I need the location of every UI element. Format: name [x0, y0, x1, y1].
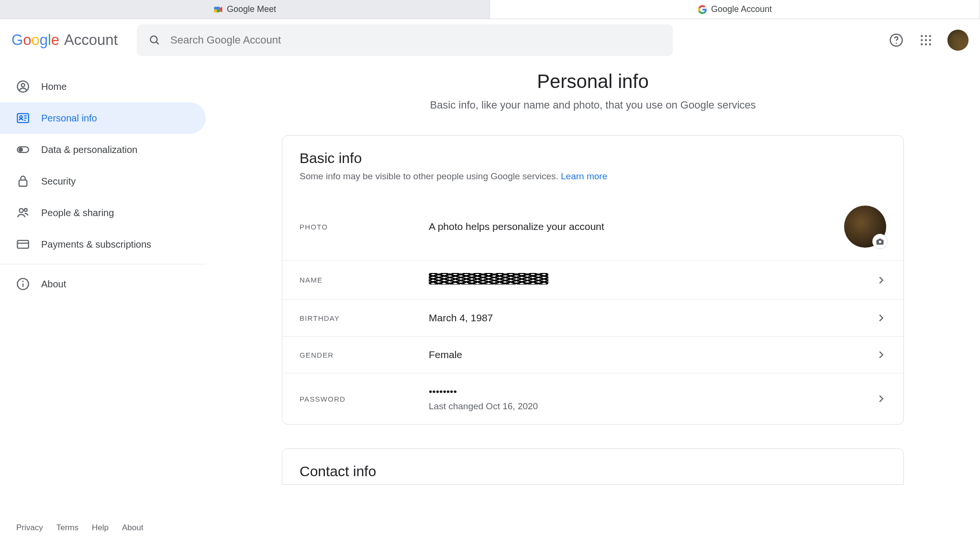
toggle-icon — [16, 143, 30, 156]
sidebar-item-security[interactable]: Security — [0, 165, 206, 197]
divider — [0, 264, 206, 264]
row-name[interactable]: NAME — [282, 260, 903, 299]
birthday-label: BIRTHDAY — [300, 314, 429, 322]
svg-point-14 — [925, 44, 927, 45]
gender-label: GENDER — [300, 351, 429, 359]
svg-rect-25 — [19, 180, 27, 186]
help-icon[interactable] — [888, 32, 904, 48]
search-icon — [148, 34, 161, 46]
header-actions — [888, 30, 969, 51]
row-photo[interactable]: PHOTO A photo helps personalize your acc… — [282, 193, 903, 260]
info-icon — [16, 277, 30, 291]
meet-icon — [213, 5, 223, 14]
credit-card-icon — [16, 238, 30, 251]
sidebar-item-about[interactable]: About — [0, 268, 206, 300]
brand-product: Account — [64, 32, 118, 49]
svg-rect-2 — [214, 7, 220, 10]
sidebar-item-label: People & sharing — [41, 207, 114, 218]
google-wordmark: Google — [11, 32, 59, 49]
people-icon — [16, 206, 30, 219]
footer-about-link[interactable]: About — [122, 523, 143, 533]
redacted-name — [429, 273, 548, 284]
password-sub: Last changed Oct 16, 2020 — [429, 401, 876, 412]
lock-icon — [16, 175, 30, 188]
sidebar-nav: Home Personal info Data & personalizatio… — [0, 61, 206, 546]
svg-point-11 — [925, 39, 927, 41]
tab-label: Google Account — [711, 4, 772, 14]
browser-tab-account[interactable]: Google Account — [490, 0, 980, 19]
footer-help-link[interactable]: Help — [92, 523, 109, 533]
sidebar-item-people-sharing[interactable]: People & sharing — [0, 197, 206, 229]
gender-value: Female — [429, 349, 876, 360]
photo-label: PHOTO — [300, 223, 429, 231]
main-content: Personal info Basic info, like your name… — [206, 61, 980, 546]
birthday-value: March 4, 1987 — [429, 312, 876, 324]
basic-info-card: Basic info Some info may be visible to o… — [282, 135, 904, 425]
learn-more-link[interactable]: Learn more — [561, 171, 607, 181]
svg-point-9 — [929, 35, 931, 37]
sidebar-item-label: Data & personalization — [41, 144, 137, 155]
svg-point-19 — [20, 116, 22, 118]
search-input[interactable] — [170, 34, 661, 46]
svg-point-8 — [925, 35, 927, 37]
id-card-icon — [16, 111, 30, 125]
svg-point-6 — [896, 43, 897, 44]
footer-terms-link[interactable]: Terms — [56, 523, 78, 533]
password-dots: •••••••• — [429, 386, 457, 397]
sidebar-item-home[interactable]: Home — [0, 71, 206, 102]
password-value: •••••••• Last changed Oct 16, 2020 — [429, 386, 876, 412]
sidebar-footer: Privacy Terms Help About — [0, 514, 206, 546]
name-label: NAME — [300, 276, 429, 284]
svg-point-24 — [19, 148, 22, 152]
sidebar-item-payments[interactable]: Payments & subscriptions — [0, 229, 206, 260]
sidebar-item-label: Payments & subscriptions — [41, 239, 151, 250]
search-bar[interactable] — [137, 24, 673, 56]
camera-icon — [873, 234, 887, 249]
app-header: Google Account — [0, 19, 980, 61]
svg-point-26 — [19, 208, 23, 212]
google-g-icon — [698, 5, 707, 14]
row-password[interactable]: PASSWORD •••••••• Last changed Oct 16, 2… — [282, 373, 903, 424]
person-circle-icon — [16, 80, 30, 93]
page-title: Personal info — [225, 71, 961, 92]
sidebar-item-personal-info[interactable]: Personal info — [0, 102, 206, 134]
svg-point-7 — [921, 35, 923, 37]
basic-info-heading: Basic info — [282, 150, 903, 166]
browser-tab-meet[interactable]: Google Meet — [0, 0, 490, 19]
sidebar-item-label: About — [41, 279, 66, 290]
name-value — [429, 273, 876, 287]
apps-grid-icon[interactable] — [918, 32, 934, 48]
contact-info-heading: Contact info — [300, 463, 886, 480]
basic-info-desc: Some info may be visible to other people… — [282, 166, 903, 182]
basic-info-desc-text: Some info may be visible to other people… — [300, 171, 561, 181]
sidebar-item-label: Security — [41, 176, 76, 187]
page-subtitle: Basic info, like your name and photo, th… — [225, 99, 961, 111]
svg-point-32 — [22, 281, 24, 282]
sidebar-item-data-personalization[interactable]: Data & personalization — [0, 134, 206, 165]
brand-logo[interactable]: Google Account — [11, 32, 118, 49]
sidebar-item-label: Home — [41, 81, 67, 92]
row-birthday[interactable]: BIRTHDAY March 4, 1987 — [282, 299, 903, 336]
account-avatar[interactable] — [947, 30, 969, 51]
browser-tabstrip: Google Meet Google Account — [0, 0, 980, 19]
footer-privacy-link[interactable]: Privacy — [16, 523, 43, 533]
tab-label: Google Meet — [227, 4, 276, 14]
photo-desc: A photo helps personalize your account — [429, 221, 844, 232]
contact-info-card: Contact info — [282, 448, 904, 485]
svg-point-12 — [929, 39, 931, 41]
chevron-right-icon — [876, 393, 886, 404]
password-label: PASSWORD — [300, 395, 429, 403]
sidebar-item-label: Personal info — [41, 113, 97, 124]
chevron-right-icon — [876, 275, 886, 285]
svg-point-17 — [22, 84, 25, 87]
svg-point-33 — [879, 240, 881, 243]
row-gender[interactable]: GENDER Female — [282, 336, 903, 373]
chevron-right-icon — [876, 313, 886, 323]
svg-point-27 — [24, 208, 27, 211]
svg-point-3 — [150, 36, 157, 43]
svg-point-10 — [921, 39, 923, 41]
profile-photo[interactable] — [844, 206, 886, 248]
svg-line-4 — [156, 42, 158, 44]
svg-point-13 — [921, 44, 923, 45]
svg-rect-28 — [17, 240, 28, 248]
